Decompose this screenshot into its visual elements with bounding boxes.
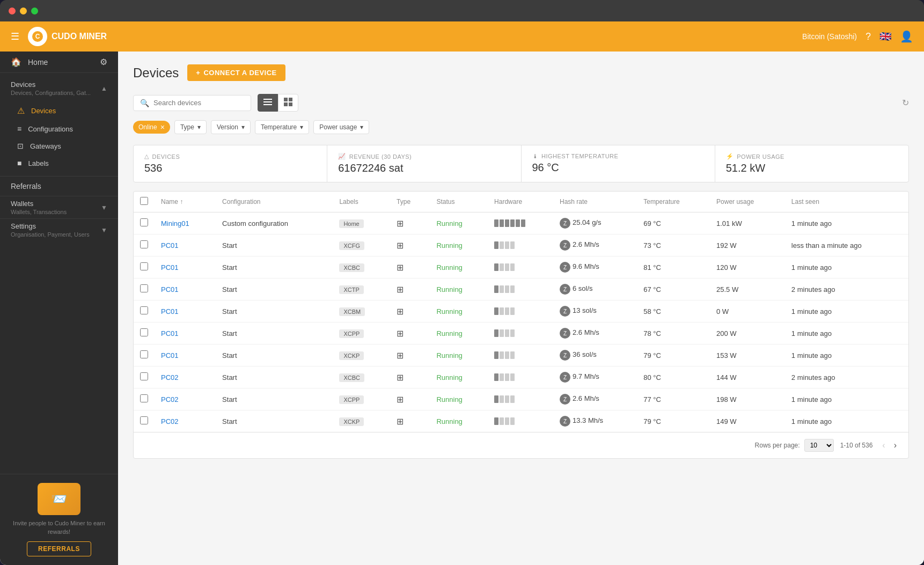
device-config: Start: [216, 366, 333, 388]
refresh-button[interactable]: ↻: [902, 98, 909, 108]
power-stat-label: POWER USAGE: [737, 153, 784, 160]
user-icon[interactable]: 👤: [900, 30, 913, 43]
svg-rect-8: [289, 102, 292, 106]
sidebar-wallets-subtitle: Wallets, Transactions: [11, 209, 67, 215]
device-config: Start: [216, 256, 333, 278]
sidebar-item-referrals[interactable]: Referrals: [0, 176, 118, 196]
close-button[interactable]: [9, 8, 16, 14]
version-filter[interactable]: Version ▾: [211, 120, 251, 134]
online-filter-close[interactable]: ×: [160, 123, 165, 131]
select-all-checkbox[interactable]: [140, 197, 148, 205]
type-filter[interactable]: Type ▾: [174, 120, 207, 134]
device-status: Running: [430, 278, 488, 300]
sidebar-item-labels[interactable]: ■ Labels: [0, 155, 118, 172]
device-power: 25.5 W: [710, 278, 785, 300]
sidebar-settings-nav-subtitle: Organisation, Payment, Users: [11, 231, 90, 238]
search-input[interactable]: [153, 99, 244, 107]
sidebar-devices-section: Devices Devices, Configurations, Gat... …: [0, 73, 118, 174]
sidebar-configurations-label: Configurations: [28, 125, 73, 133]
sidebar-settings-section[interactable]: Settings Organisation, Payment, Users ▼: [0, 218, 118, 241]
row-checkbox[interactable]: [140, 218, 148, 226]
row-checkbox[interactable]: [140, 306, 148, 314]
device-label: XCBC: [333, 256, 390, 278]
page-title: Devices: [133, 65, 179, 80]
temperature-filter[interactable]: Temperature ▾: [255, 120, 309, 134]
next-page-button[interactable]: ›: [891, 439, 900, 451]
sidebar: 🏠 Home ⚙ Devices Devices, Configurations…: [0, 52, 118, 565]
devices-table-container: Name ↑ Configuration Labels Type Status …: [133, 191, 909, 459]
stats-row: △ DEVICES 536 📈 REVENUE (30 DAYS) 616722…: [133, 145, 909, 182]
sidebar-devices-label: Devices: [31, 107, 56, 115]
online-filter-tag[interactable]: Online ×: [133, 121, 170, 134]
row-checkbox[interactable]: [140, 416, 148, 424]
list-view-button[interactable]: [258, 94, 278, 112]
power-stat-value: 51.2 kW: [726, 162, 898, 174]
settings-icon[interactable]: ⚙: [100, 57, 107, 67]
device-name[interactable]: PC01: [155, 278, 216, 300]
grid-view-button[interactable]: [278, 94, 298, 112]
device-status: Running: [430, 388, 488, 410]
help-icon[interactable]: ?: [866, 31, 871, 42]
app-header: ☰ C CUDO MINER Bitcoin (Satoshi) ? 🇬🇧 👤: [0, 21, 924, 52]
device-power: 198 W: [710, 388, 785, 410]
table-row: Mining01 Custom configuration Home ⊞ Run…: [134, 212, 908, 234]
sidebar-item-devices[interactable]: ⚠ Devices: [0, 101, 118, 120]
device-name[interactable]: PC02: [155, 388, 216, 410]
device-lastseen: 2 minutes ago: [785, 278, 908, 300]
table-row: PC01 Start XCBM ⊞ Running Z13 sol/s 58 °…: [134, 300, 908, 322]
language-icon[interactable]: 🇬🇧: [879, 31, 891, 42]
power-usage-filter[interactable]: Power usage ▾: [313, 120, 369, 134]
row-checkbox[interactable]: [140, 284, 148, 292]
online-filter-label: Online: [138, 123, 157, 131]
device-status: Running: [430, 212, 488, 234]
device-name[interactable]: PC01: [155, 256, 216, 278]
collapse-icon[interactable]: ▲: [101, 85, 107, 92]
rows-per-page-select[interactable]: 10 25 50 100: [804, 439, 834, 452]
row-checkbox[interactable]: [140, 328, 148, 336]
status-column-header: Status: [430, 192, 488, 212]
device-name[interactable]: PC02: [155, 410, 216, 432]
settings-nav-chevron-icon[interactable]: ▼: [101, 226, 107, 234]
row-checkbox[interactable]: [140, 350, 148, 358]
temperature-stat-icon: 🌡: [532, 153, 539, 159]
device-config: Start: [216, 322, 333, 344]
device-name[interactable]: Mining01: [155, 212, 216, 234]
device-hashrate: Z9.6 Mh/s: [553, 256, 637, 278]
lastseen-column-header: Last seen: [785, 192, 908, 212]
device-name[interactable]: PC02: [155, 366, 216, 388]
prev-page-button[interactable]: ‹: [879, 439, 888, 451]
device-hardware: [488, 212, 553, 234]
config-column-header: Configuration: [216, 192, 333, 212]
sidebar-wallets-section[interactable]: Wallets Wallets, Transactions ▼: [0, 196, 118, 218]
device-name[interactable]: PC01: [155, 344, 216, 366]
connect-device-button[interactable]: + CONNECT A DEVICE: [187, 64, 285, 81]
referrals-button[interactable]: REFERRALS: [27, 541, 91, 556]
minimize-button[interactable]: [20, 8, 27, 14]
temperature-column-header: Temperature: [637, 192, 710, 212]
device-name[interactable]: PC01: [155, 322, 216, 344]
toolbar: 🔍 ↻: [133, 94, 909, 112]
menu-icon[interactable]: ☰: [11, 31, 19, 42]
row-checkbox[interactable]: [140, 240, 148, 248]
device-hashrate: Z36 sol/s: [553, 344, 637, 366]
wallets-chevron-icon[interactable]: ▼: [101, 204, 107, 211]
version-filter-label: Version: [217, 123, 238, 131]
row-checkbox[interactable]: [140, 394, 148, 402]
row-checkbox[interactable]: [140, 372, 148, 380]
device-type: ⊞: [390, 322, 430, 344]
maximize-button[interactable]: [31, 8, 38, 14]
row-checkbox[interactable]: [140, 262, 148, 270]
device-name[interactable]: PC01: [155, 300, 216, 322]
device-name[interactable]: PC01: [155, 234, 216, 256]
device-type: ⊞: [390, 278, 430, 300]
sidebar-item-configurations[interactable]: ≡ Configurations: [0, 120, 118, 137]
device-power: 1.01 kW: [710, 212, 785, 234]
device-power: 192 W: [710, 234, 785, 256]
device-lastseen: 1 minute ago: [785, 256, 908, 278]
name-column-header[interactable]: Name ↑: [161, 198, 209, 206]
sidebar-item-gateways[interactable]: ⊡ Gateways: [0, 137, 118, 155]
sidebar-home-label[interactable]: Home: [28, 58, 48, 67]
sidebar-devices-header[interactable]: Devices Devices, Configurations, Gat... …: [0, 77, 118, 99]
search-box[interactable]: 🔍: [133, 95, 251, 111]
device-status: Running: [430, 344, 488, 366]
